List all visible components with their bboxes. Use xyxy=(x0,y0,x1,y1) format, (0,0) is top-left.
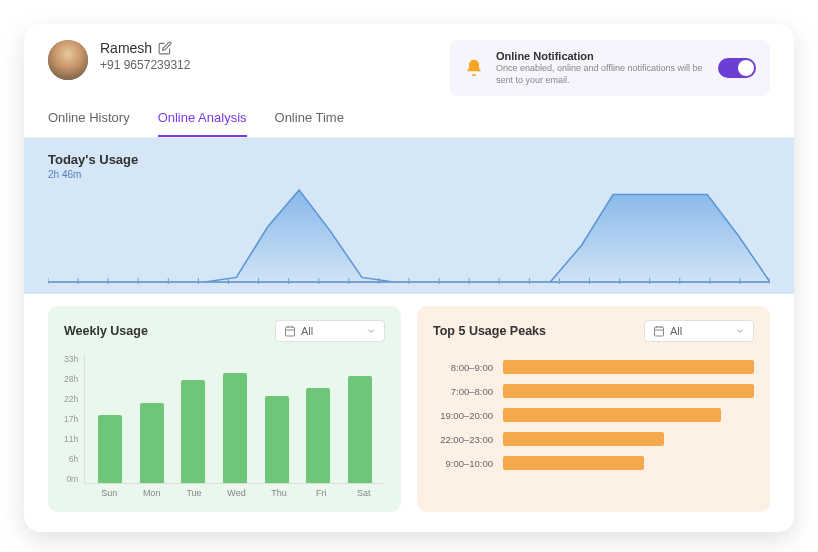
usage-peaks-filter[interactable]: All xyxy=(644,320,754,342)
peak-row: 8:00–9:00 xyxy=(433,360,754,374)
todays-usage-title: Today's Usage xyxy=(48,152,770,167)
weekly-usage-title: Weekly Usage xyxy=(64,324,148,338)
weekly-filter-value: All xyxy=(301,325,313,337)
peak-bar xyxy=(503,360,754,374)
weekly-usage-chart: 33h28h22h17h11h6h0m xyxy=(64,354,385,484)
bar xyxy=(348,376,372,483)
avatar[interactable] xyxy=(48,40,88,80)
todays-usage-chart xyxy=(48,186,770,284)
peak-bar xyxy=(503,456,644,470)
svg-rect-30 xyxy=(655,327,664,336)
tab-online-time[interactable]: Online Time xyxy=(275,110,344,137)
usage-peaks-panel: Top 5 Usage Peaks All 8:00–9:007:00–8:00… xyxy=(417,306,770,512)
usage-peaks-title: Top 5 Usage Peaks xyxy=(433,324,546,338)
bar xyxy=(181,380,205,483)
todays-usage-panel: Today's Usage 2h 46m xyxy=(24,138,794,294)
calendar-icon xyxy=(653,325,665,337)
peak-row: 19:00–20:00 xyxy=(433,408,754,422)
peak-row: 22:00–23:00 xyxy=(433,432,754,446)
bar xyxy=(98,415,122,484)
user-profile: Ramesh +91 9657239312 xyxy=(48,40,190,80)
bar xyxy=(265,396,289,484)
peak-row: 9:00–10:00 xyxy=(433,456,754,470)
tab-online-analysis[interactable]: Online Analysis xyxy=(158,110,247,137)
user-name: Ramesh xyxy=(100,40,152,56)
notification-toggle[interactable] xyxy=(718,58,756,78)
peak-row: 7:00–8:00 xyxy=(433,384,754,398)
chevron-down-icon xyxy=(366,326,376,336)
peak-label: 7:00–8:00 xyxy=(433,386,493,397)
notification-desc: Once enabled, online and offline notific… xyxy=(496,63,706,86)
usage-peaks-chart: 8:00–9:007:00–8:0019:00–20:0022:00–23:00… xyxy=(433,354,754,470)
peak-label: 22:00–23:00 xyxy=(433,434,493,445)
bar xyxy=(140,403,164,483)
todays-usage-duration: 2h 46m xyxy=(48,169,770,180)
tab-online-history[interactable]: Online History xyxy=(48,110,130,137)
edit-icon[interactable] xyxy=(158,41,172,55)
svg-rect-26 xyxy=(286,327,295,336)
bar xyxy=(223,373,247,484)
user-phone: +91 9657239312 xyxy=(100,58,190,72)
tabs: Online History Online Analysis Online Ti… xyxy=(24,96,794,138)
peak-label: 19:00–20:00 xyxy=(433,410,493,421)
bar xyxy=(306,388,330,483)
peak-bar xyxy=(503,408,721,422)
peaks-filter-value: All xyxy=(670,325,682,337)
weekly-usage-panel: Weekly Usage All 33h28h22h17h11h6h0m Sun… xyxy=(48,306,401,512)
weekly-usage-filter[interactable]: All xyxy=(275,320,385,342)
peak-label: 8:00–9:00 xyxy=(433,362,493,373)
calendar-icon xyxy=(284,325,296,337)
peak-bar xyxy=(503,432,664,446)
online-notification-card: Online Notification Once enabled, online… xyxy=(450,40,770,96)
chevron-down-icon xyxy=(735,326,745,336)
bell-icon xyxy=(464,58,484,78)
peak-label: 9:00–10:00 xyxy=(433,458,493,469)
peak-bar xyxy=(503,384,754,398)
notification-title: Online Notification xyxy=(496,50,706,62)
